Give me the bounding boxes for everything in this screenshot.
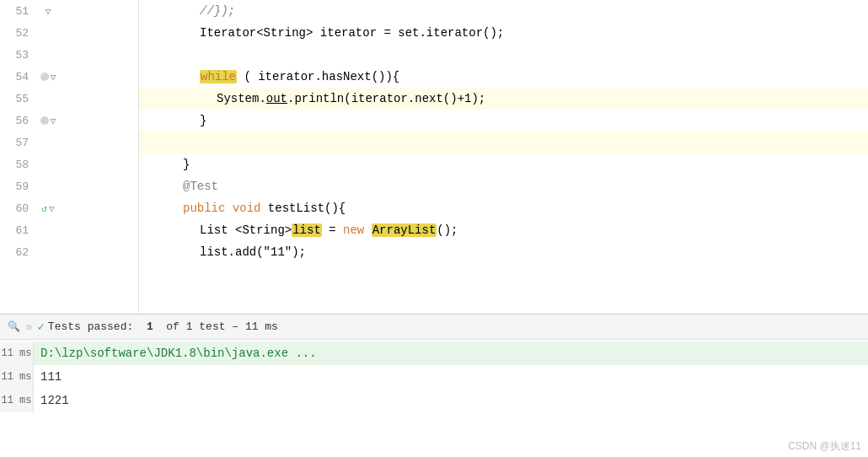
output-text-3: 1221 (40, 394, 69, 407)
code-token: void (233, 202, 261, 215)
code-token-out: out (266, 92, 287, 105)
code-token: public (183, 202, 225, 215)
code-line-58: } (139, 153, 868, 175)
run-arrow-60[interactable]: ↺ (41, 203, 47, 214)
code-token: } (200, 114, 206, 127)
breakpoint-56[interactable] (40, 116, 49, 125)
code-area: //}); Iterator<String> iterator = set.it… (139, 0, 868, 314)
code-token: list.add("11"); (200, 245, 306, 259)
code-line-59: @Test (139, 175, 868, 197)
code-token: Iterator<String> iterator = set.iterator… (200, 26, 504, 40)
gutter-row-53: 53 (0, 44, 138, 66)
check-icon: ✓ (37, 320, 44, 334)
line-num-58: 58 (0, 159, 35, 171)
line-num-52: 52 (0, 27, 35, 40)
gutter-row-55: 55 (0, 88, 138, 110)
code-line-57 (139, 132, 868, 153)
gutter-row-54: 54 ▽ (0, 66, 138, 88)
gutter-row-62: 62 (0, 241, 138, 263)
test-status: ✓ Tests passed: 1 of 1 test – 11 ms (37, 320, 278, 334)
line-num-53: 53 (0, 49, 35, 62)
code-token: //}); (200, 4, 235, 18)
code-token: new (343, 223, 364, 237)
breakpoint-54[interactable] (40, 73, 49, 81)
output-area: 11 ms D:\lzp\software\JDK1.8\bin\java.ex… (0, 340, 868, 457)
output-text-1: D:\lzp\software\JDK1.8\bin\java.exe ... (40, 347, 317, 360)
annotation-test: @Test (183, 180, 218, 193)
code-line-54: while ( iterator.hasNext()){ (139, 66, 868, 88)
code-token (225, 202, 232, 215)
search-icon[interactable]: 🔍 (7, 320, 20, 334)
line-num-55: 55 (0, 93, 35, 105)
gutter-row-61: 61 (0, 219, 138, 241)
gutter-row-60: 60 ↺ ▽ (0, 197, 138, 219)
fold-icon-56[interactable]: ▽ (51, 116, 56, 126)
line-num-62: 62 (0, 246, 35, 259)
line-num-60: 60 (0, 202, 35, 215)
fold-icon-54[interactable]: ▽ (51, 72, 56, 83)
watermark: CSDN @执迷11 (788, 439, 861, 454)
output-row-3: 11 ms 1221 (0, 389, 868, 412)
test-toolbar: 🔍 » ✓ Tests passed: 1 of 1 test – 11 ms (0, 315, 868, 340)
code-token: .println(iterator.next()+1); (287, 92, 485, 105)
code-token: ( iterator.hasNext()){ (237, 70, 399, 83)
code-token: System. (217, 92, 266, 105)
code-line-53 (139, 44, 868, 66)
line-num-61: 61 (0, 224, 35, 237)
gutter-row-52: 52 (0, 22, 138, 44)
code-token: } (183, 158, 190, 171)
code-line-62: list.add("11"); (139, 241, 868, 263)
gutter-row-56: 56 ▽ (0, 110, 138, 132)
toolbar-separator: » (25, 320, 32, 334)
code-line-60: public void testList(){ (139, 197, 868, 219)
code-line-51: //}); (139, 0, 868, 22)
output-lines: 11 ms D:\lzp\software\JDK1.8\bin\java.ex… (0, 340, 868, 457)
gutter-row-51: 51 ▽ (0, 0, 138, 22)
code-line-56: } (139, 110, 868, 132)
code-token: List <String> (200, 223, 292, 237)
code-token: (); (437, 223, 458, 237)
output-row-1: 11 ms D:\lzp\software\JDK1.8\bin\java.ex… (0, 341, 868, 365)
output-content-3: 1221 (34, 389, 868, 412)
code-line-61: List <String>list = new ArrayList(); (139, 219, 868, 241)
line-num-59: 59 (0, 180, 35, 193)
tests-passed-text: Tests passed: (48, 320, 133, 333)
gutter-row-57: 57 (0, 132, 138, 153)
line-gutter: 51 ▽ 52 53 54 ▽ (0, 0, 139, 314)
code-line-55: System.out.println(iterator.next()+1); (139, 88, 868, 110)
line-num-57: 57 (0, 137, 35, 149)
test-detail: of 1 test – 11 ms (166, 320, 278, 333)
keyword-while: while (200, 70, 237, 83)
output-time-2: 11 ms (0, 365, 34, 389)
test-count: 1 (147, 320, 153, 333)
bottom-panel: 🔍 » ✓ Tests passed: 1 of 1 test – 11 ms … (0, 314, 868, 457)
code-token: testList(){ (260, 202, 346, 215)
output-time-3: 11 ms (0, 389, 34, 412)
line-num-51: 51 (0, 5, 35, 18)
fold-icon-60[interactable]: ▽ (49, 203, 55, 214)
test-passed-label: Tests passed: 1 of 1 test – 11 ms (48, 320, 278, 333)
code-token-list: list (292, 223, 322, 237)
line-num-54: 54 (0, 71, 35, 83)
gutter-row-59: 59 (0, 175, 138, 197)
output-text-2: 111 (40, 370, 62, 384)
output-row-2: 11 ms 111 (0, 365, 868, 389)
line-num-56: 56 (0, 115, 35, 127)
output-time-1: 11 ms (0, 341, 34, 365)
code-token (364, 223, 371, 237)
code-token-arraylist: ArrayList (372, 223, 437, 237)
gutter-row-58: 58 (0, 153, 138, 175)
output-content-2: 111 (34, 365, 868, 389)
output-content-1: D:\lzp\software\JDK1.8\bin\java.exe ... (34, 341, 868, 365)
code-line-52: Iterator<String> iterator = set.iterator… (139, 22, 868, 44)
code-token: = (322, 223, 343, 237)
fold-icon-51[interactable]: ▽ (46, 6, 51, 17)
